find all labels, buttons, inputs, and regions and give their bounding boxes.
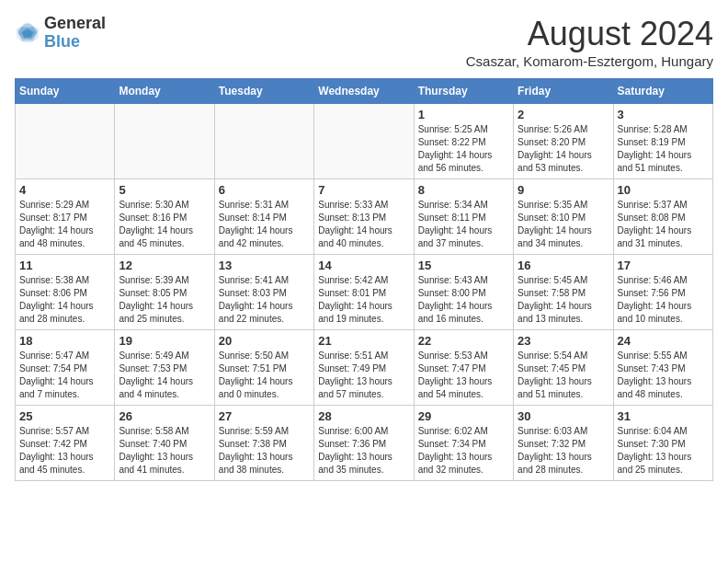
day-number: 5 xyxy=(119,183,210,197)
logo-line2: Blue xyxy=(44,33,106,52)
day-info: Sunrise: 5:37 AM Sunset: 8:08 PM Dayligh… xyxy=(618,199,709,250)
weekday-header: Tuesday xyxy=(214,79,313,104)
calendar-day-cell: 27Sunrise: 5:59 AM Sunset: 7:38 PM Dayli… xyxy=(214,406,313,481)
calendar-day-cell: 3Sunrise: 5:28 AM Sunset: 8:19 PM Daylig… xyxy=(613,104,712,179)
calendar-day-cell: 4Sunrise: 5:29 AM Sunset: 8:17 PM Daylig… xyxy=(16,179,115,255)
calendar-day-cell: 16Sunrise: 5:45 AM Sunset: 7:58 PM Dayli… xyxy=(514,255,613,330)
day-number: 2 xyxy=(518,108,609,121)
day-number: 19 xyxy=(119,334,210,348)
calendar-day-cell: 6Sunrise: 5:31 AM Sunset: 8:14 PM Daylig… xyxy=(214,179,313,255)
title-block: August 2024 Csaszar, Komarom-Esztergom, … xyxy=(466,15,713,69)
day-number: 16 xyxy=(518,259,609,272)
day-number: 15 xyxy=(418,259,509,272)
day-info: Sunrise: 5:53 AM Sunset: 7:47 PM Dayligh… xyxy=(418,350,509,401)
calendar-day-cell: 15Sunrise: 5:43 AM Sunset: 8:00 PM Dayli… xyxy=(414,255,513,330)
day-info: Sunrise: 6:04 AM Sunset: 7:30 PM Dayligh… xyxy=(618,425,709,477)
day-number: 30 xyxy=(518,409,609,423)
day-info: Sunrise: 5:57 AM Sunset: 7:42 PM Dayligh… xyxy=(19,425,110,477)
day-number: 27 xyxy=(219,409,310,423)
calendar-day-cell: 30Sunrise: 6:03 AM Sunset: 7:32 PM Dayli… xyxy=(514,406,613,481)
day-info: Sunrise: 5:49 AM Sunset: 7:53 PM Dayligh… xyxy=(119,350,210,401)
day-number: 7 xyxy=(318,183,409,197)
day-number: 9 xyxy=(518,183,609,197)
weekday-header: Monday xyxy=(115,79,214,104)
day-number: 1 xyxy=(418,108,509,121)
calendar-day-cell: 13Sunrise: 5:41 AM Sunset: 8:03 PM Dayli… xyxy=(214,255,313,330)
day-info: Sunrise: 6:00 AM Sunset: 7:36 PM Dayligh… xyxy=(318,425,409,477)
day-number: 23 xyxy=(518,334,609,348)
day-number: 24 xyxy=(618,334,709,348)
calendar-day-cell xyxy=(115,104,214,179)
day-number: 17 xyxy=(618,259,709,272)
day-info: Sunrise: 5:34 AM Sunset: 8:11 PM Dayligh… xyxy=(418,199,509,250)
main-title: August 2024 xyxy=(466,15,713,53)
day-number: 28 xyxy=(318,409,409,423)
day-number: 25 xyxy=(19,409,110,423)
calendar-day-cell: 17Sunrise: 5:46 AM Sunset: 7:56 PM Dayli… xyxy=(613,255,712,330)
weekday-header: Friday xyxy=(514,79,613,104)
page-header: General Blue August 2024 Csaszar, Komaro… xyxy=(15,15,713,69)
day-info: Sunrise: 5:30 AM Sunset: 8:16 PM Dayligh… xyxy=(119,199,210,250)
calendar-day-cell: 20Sunrise: 5:50 AM Sunset: 7:51 PM Dayli… xyxy=(214,330,313,406)
day-number: 18 xyxy=(19,334,110,348)
calendar-day-cell: 11Sunrise: 5:38 AM Sunset: 8:06 PM Dayli… xyxy=(16,255,115,330)
calendar-week-row: 25Sunrise: 5:57 AM Sunset: 7:42 PM Dayli… xyxy=(16,406,713,481)
day-info: Sunrise: 5:41 AM Sunset: 8:03 PM Dayligh… xyxy=(219,274,310,326)
day-info: Sunrise: 5:25 AM Sunset: 8:22 PM Dayligh… xyxy=(418,123,509,175)
day-info: Sunrise: 5:51 AM Sunset: 7:49 PM Dayligh… xyxy=(318,350,409,401)
calendar-week-row: 18Sunrise: 5:47 AM Sunset: 7:54 PM Dayli… xyxy=(16,330,713,406)
calendar-day-cell: 31Sunrise: 6:04 AM Sunset: 7:30 PM Dayli… xyxy=(613,406,712,481)
calendar-day-cell: 24Sunrise: 5:55 AM Sunset: 7:43 PM Dayli… xyxy=(613,330,712,406)
day-info: Sunrise: 5:33 AM Sunset: 8:13 PM Dayligh… xyxy=(318,199,409,250)
day-info: Sunrise: 5:38 AM Sunset: 8:06 PM Dayligh… xyxy=(19,274,110,326)
day-info: Sunrise: 5:28 AM Sunset: 8:19 PM Dayligh… xyxy=(618,123,709,175)
weekday-header: Thursday xyxy=(414,79,513,104)
day-info: Sunrise: 5:59 AM Sunset: 7:38 PM Dayligh… xyxy=(219,425,310,477)
day-number: 12 xyxy=(119,259,210,272)
calendar-table: SundayMondayTuesdayWednesdayThursdayFrid… xyxy=(15,78,713,481)
weekday-header: Saturday xyxy=(613,79,712,104)
day-info: Sunrise: 6:02 AM Sunset: 7:34 PM Dayligh… xyxy=(418,425,509,477)
calendar-day-cell: 12Sunrise: 5:39 AM Sunset: 8:05 PM Dayli… xyxy=(115,255,214,330)
weekday-header: Sunday xyxy=(16,79,115,104)
calendar-day-cell: 8Sunrise: 5:34 AM Sunset: 8:11 PM Daylig… xyxy=(414,179,513,255)
calendar-day-cell: 2Sunrise: 5:26 AM Sunset: 8:20 PM Daylig… xyxy=(514,104,613,179)
day-info: Sunrise: 5:35 AM Sunset: 8:10 PM Dayligh… xyxy=(518,199,609,250)
calendar-day-cell: 18Sunrise: 5:47 AM Sunset: 7:54 PM Dayli… xyxy=(16,330,115,406)
day-number: 26 xyxy=(119,409,210,423)
day-number: 13 xyxy=(219,259,310,272)
day-info: Sunrise: 5:54 AM Sunset: 7:45 PM Dayligh… xyxy=(518,350,609,401)
day-info: Sunrise: 5:42 AM Sunset: 8:01 PM Dayligh… xyxy=(318,274,409,326)
day-number: 22 xyxy=(418,334,509,348)
logo-icon xyxy=(15,20,40,46)
logo-line1: General xyxy=(44,15,106,33)
calendar-day-cell: 9Sunrise: 5:35 AM Sunset: 8:10 PM Daylig… xyxy=(514,179,613,255)
logo: General Blue xyxy=(15,15,106,52)
calendar-week-row: 1Sunrise: 5:25 AM Sunset: 8:22 PM Daylig… xyxy=(16,104,713,179)
day-info: Sunrise: 5:43 AM Sunset: 8:00 PM Dayligh… xyxy=(418,274,509,326)
calendar-day-cell: 28Sunrise: 6:00 AM Sunset: 7:36 PM Dayli… xyxy=(314,406,414,481)
weekday-header: Wednesday xyxy=(314,79,414,104)
calendar-day-cell: 7Sunrise: 5:33 AM Sunset: 8:13 PM Daylig… xyxy=(314,179,414,255)
day-info: Sunrise: 5:26 AM Sunset: 8:20 PM Dayligh… xyxy=(518,123,609,175)
day-info: Sunrise: 6:03 AM Sunset: 7:32 PM Dayligh… xyxy=(518,425,609,477)
day-number: 20 xyxy=(219,334,310,348)
day-info: Sunrise: 5:58 AM Sunset: 7:40 PM Dayligh… xyxy=(119,425,210,477)
calendar-day-cell: 1Sunrise: 5:25 AM Sunset: 8:22 PM Daylig… xyxy=(414,104,513,179)
day-number: 21 xyxy=(318,334,409,348)
day-info: Sunrise: 5:45 AM Sunset: 7:58 PM Dayligh… xyxy=(518,274,609,326)
calendar-day-cell: 10Sunrise: 5:37 AM Sunset: 8:08 PM Dayli… xyxy=(613,179,712,255)
calendar-day-cell: 21Sunrise: 5:51 AM Sunset: 7:49 PM Dayli… xyxy=(314,330,414,406)
calendar-day-cell: 26Sunrise: 5:58 AM Sunset: 7:40 PM Dayli… xyxy=(115,406,214,481)
day-info: Sunrise: 5:55 AM Sunset: 7:43 PM Dayligh… xyxy=(618,350,709,401)
calendar-day-cell xyxy=(16,104,115,179)
day-info: Sunrise: 5:47 AM Sunset: 7:54 PM Dayligh… xyxy=(19,350,110,401)
calendar-day-cell: 29Sunrise: 6:02 AM Sunset: 7:34 PM Dayli… xyxy=(414,406,513,481)
calendar-week-row: 4Sunrise: 5:29 AM Sunset: 8:17 PM Daylig… xyxy=(16,179,713,255)
day-info: Sunrise: 5:50 AM Sunset: 7:51 PM Dayligh… xyxy=(219,350,310,401)
day-info: Sunrise: 5:31 AM Sunset: 8:14 PM Dayligh… xyxy=(219,199,310,250)
day-number: 29 xyxy=(418,409,509,423)
day-number: 4 xyxy=(19,183,110,197)
day-number: 6 xyxy=(219,183,310,197)
day-info: Sunrise: 5:29 AM Sunset: 8:17 PM Dayligh… xyxy=(19,199,110,250)
